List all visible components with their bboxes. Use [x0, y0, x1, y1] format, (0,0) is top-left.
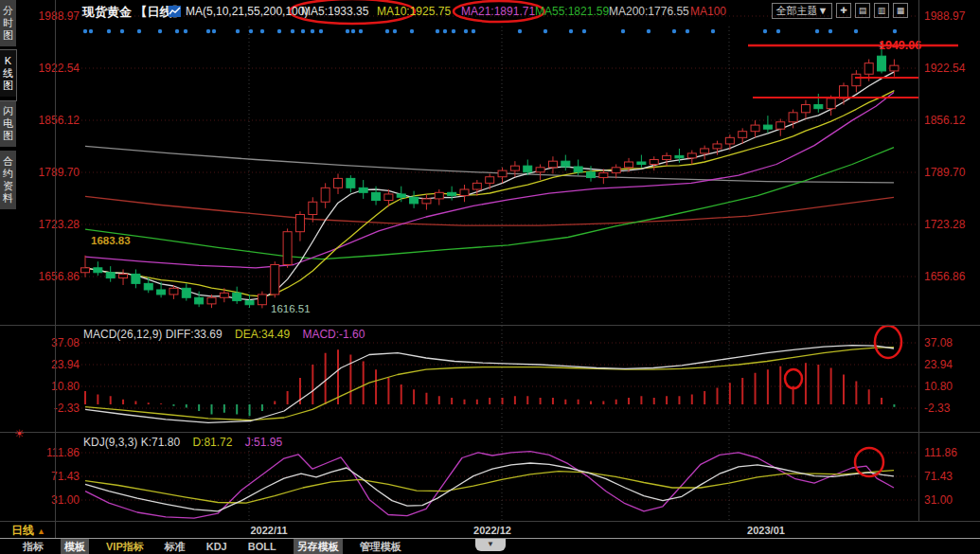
window-icon-3[interactable]: ▦: [893, 3, 908, 18]
candle-body: [94, 268, 102, 273]
event-dot[interactable]: [410, 29, 414, 33]
axis-label: 1656.86: [924, 270, 966, 283]
sidebar-tab-lightning[interactable]: 闪电图: [0, 100, 16, 151]
window-icon-2[interactable]: ▥: [874, 3, 889, 18]
axis-label: 1856.12: [924, 114, 966, 127]
event-dot[interactable]: [175, 29, 179, 33]
event-dot[interactable]: [107, 29, 111, 33]
candle-body: [81, 268, 90, 273]
event-dot[interactable]: [351, 29, 355, 33]
event-dot[interactable]: [472, 29, 475, 33]
event-dot[interactable]: [854, 29, 858, 33]
candle-body: [258, 295, 266, 305]
event-dot[interactable]: [829, 29, 832, 33]
toolbar-item-VIP指标[interactable]: VIP指标: [102, 539, 148, 554]
event-dot[interactable]: [582, 29, 586, 33]
candle-body: [321, 188, 330, 202]
axis-label: 111.86: [924, 446, 957, 459]
event-dot[interactable]: [301, 29, 305, 33]
candle-body: [283, 232, 292, 265]
event-dot[interactable]: [385, 29, 389, 33]
event-dot[interactable]: [236, 29, 240, 33]
sidebar-tab-timeshare[interactable]: 分时图: [0, 0, 16, 50]
event-dot[interactable]: [83, 29, 87, 33]
candle-body: [574, 167, 582, 172]
toolbar-item-KDJ[interactable]: KDJ: [203, 540, 231, 553]
event-dot[interactable]: [776, 29, 780, 33]
event-dot[interactable]: [452, 29, 455, 33]
candle-body: [864, 63, 873, 75]
event-dot[interactable]: [518, 29, 522, 33]
indicator-toolbar: 指标模板VIP指标标准KDJBOLL另存模板管理模板: [19, 539, 405, 554]
candle-body: [510, 166, 519, 170]
event-dot[interactable]: [89, 29, 93, 33]
ma-value-3: MA55:1821.59: [535, 5, 609, 18]
ma-line: [85, 348, 894, 420]
event-dot[interactable]: [277, 29, 281, 33]
macd-macd-label: MACD:-1.60: [302, 328, 365, 341]
theme-selector-button[interactable]: 全部主题▼: [772, 3, 832, 19]
candle-body: [182, 288, 190, 297]
candle-body: [233, 293, 241, 300]
axis-label: 23.94: [924, 358, 953, 371]
candle-body: [372, 192, 381, 200]
plot-right-border: [918, 0, 919, 521]
event-dot[interactable]: [893, 29, 897, 33]
candle-body: [271, 264, 279, 294]
event-dot[interactable]: [359, 29, 363, 33]
trading-app-window: 1988.971988.971922.541922.541856.121856.…: [0, 0, 980, 554]
toolbar-item-管理模板[interactable]: 管理模板: [356, 539, 405, 554]
event-dot[interactable]: [686, 29, 689, 33]
collapse-panel-tab[interactable]: ▼: [475, 539, 506, 551]
ma-line: [85, 196, 894, 225]
toolbar-item-BOLL[interactable]: BOLL: [244, 540, 280, 553]
event-dot[interactable]: [137, 29, 141, 33]
event-dot[interactable]: [815, 29, 819, 33]
event-dot[interactable]: [311, 29, 314, 33]
candle-body: [548, 161, 557, 168]
event-dot[interactable]: [543, 29, 547, 33]
axis-label: 71.43: [924, 470, 953, 483]
event-dot[interactable]: [393, 29, 397, 33]
window-icon-0[interactable]: ✚: [836, 3, 851, 18]
toolbar-item-另存模板[interactable]: 另存模板: [294, 539, 343, 554]
event-dot[interactable]: [711, 29, 715, 33]
period-dropdown[interactable]: 日线▲: [11, 523, 45, 539]
kline-chart-canvas[interactable]: 1988.971988.971922.541922.541856.121856.…: [0, 0, 980, 554]
event-dot[interactable]: [763, 29, 767, 33]
candle-body: [119, 274, 128, 277]
toolbar-item-标准[interactable]: 标准: [161, 539, 189, 554]
event-dot[interactable]: [260, 29, 264, 33]
axis-label: 1856.12: [39, 114, 80, 127]
event-dot[interactable]: [319, 29, 323, 33]
event-dot[interactable]: [291, 29, 294, 33]
event-dot[interactable]: [464, 29, 468, 33]
event-dot[interactable]: [569, 29, 573, 33]
chart-icon: [169, 6, 181, 17]
axis-label: 1949.06: [879, 39, 921, 52]
sidebar-tab-kline[interactable]: K线图: [0, 50, 16, 100]
candle-body: [144, 283, 152, 290]
event-dot[interactable]: [621, 29, 625, 33]
event-dot[interactable]: [206, 29, 210, 33]
event-dot[interactable]: [158, 29, 162, 33]
event-dot[interactable]: [436, 29, 439, 33]
event-dot[interactable]: [443, 29, 447, 33]
event-dot[interactable]: [212, 29, 216, 33]
indicator-alert-icon[interactable]: ☀: [14, 427, 25, 440]
axis-label: 1789.70: [39, 166, 80, 179]
candle-body: [207, 297, 216, 304]
window-icon-1[interactable]: ▤: [855, 3, 870, 18]
sidebar-tab-contract-info[interactable]: 合约资料: [0, 151, 16, 213]
event-dot[interactable]: [647, 29, 650, 33]
candle-body: [106, 273, 115, 278]
event-dot[interactable]: [346, 29, 349, 33]
event-dot[interactable]: [120, 29, 124, 33]
toolbar-item-模板[interactable]: 模板: [61, 539, 89, 554]
toolbar-item-指标[interactable]: 指标: [19, 539, 47, 554]
event-dot[interactable]: [249, 29, 253, 33]
event-dot[interactable]: [672, 29, 676, 33]
event-dot[interactable]: [184, 29, 187, 33]
candle-body: [587, 172, 596, 178]
macd-label-row: MACD(26,12,9) DIFF:33.69 DEA:34.49 MACD:…: [83, 328, 374, 341]
